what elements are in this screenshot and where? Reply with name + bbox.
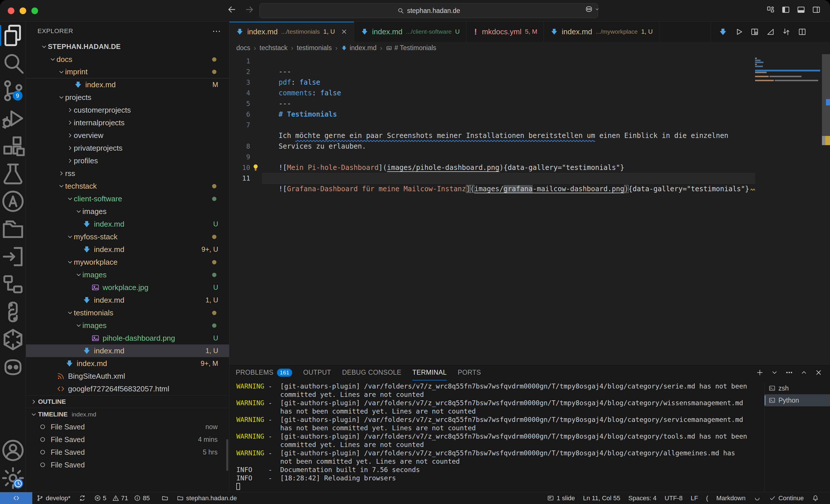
status-paren-indicator[interactable]: ( <box>702 492 712 504</box>
tree-item-myfoss-stack[interactable]: myfoss-stack <box>26 230 229 243</box>
timeline-section-header[interactable]: TIMELINE index.md <box>26 408 229 421</box>
timeline-item[interactable]: File Saved 5 hrs <box>26 446 229 459</box>
tree-item-internalprojects[interactable]: internalprojects <box>26 116 229 129</box>
zoom-window-button[interactable] <box>31 7 38 14</box>
toggle-secondary-sidebar-icon[interactable] <box>812 5 821 14</box>
status-git-branch[interactable]: develop* <box>32 492 75 504</box>
editor-tab-index-md[interactable]: index.md .../myworkplace 1, U <box>544 22 660 42</box>
timeline-item[interactable]: File Saved now <box>26 421 229 433</box>
tree-item-index.md[interactable]: index.mdM <box>26 78 229 91</box>
activity-settings-icon[interactable] <box>0 464 26 492</box>
tree-item-images[interactable]: images <box>26 319 229 332</box>
close-panel-icon[interactable] <box>815 369 823 376</box>
customize-layout-icon[interactable] <box>766 5 775 14</box>
panel-tab-terminal[interactable]: TERMINAL <box>412 365 447 380</box>
tree-item-imprint[interactable]: imprint <box>26 66 229 78</box>
panel-tab-debug-console[interactable]: DEBUG CONSOLE <box>342 365 402 380</box>
status-problems[interactable]: 57185 <box>90 492 157 504</box>
status-remote[interactable] <box>0 492 32 504</box>
breadcrumb-item[interactable]: testimonials <box>297 44 332 52</box>
status-eol[interactable]: LF <box>687 492 702 504</box>
status-continue[interactable]: Continue <box>765 492 808 504</box>
run-file-icon[interactable] <box>734 27 743 36</box>
tree-item-googlef727264f56832057.html[interactable]: googlef727264f56832057.html <box>26 382 229 395</box>
status-project-manager[interactable]: stephan.hadan.de <box>172 492 241 504</box>
tree-item-images[interactable]: images <box>26 205 229 218</box>
tree-item-stephan.hadan.de[interactable]: STEPHAN.HADAN.DE <box>26 40 229 53</box>
terminal-instance-python[interactable]: Python <box>765 394 830 406</box>
activity-remote-exit-icon[interactable] <box>0 243 26 270</box>
editor-tab-index-md[interactable]: index.md .../testimonials 1, U <box>229 22 354 42</box>
activity-run-and-debug-icon[interactable] <box>0 105 26 132</box>
activity-explorer-icon[interactable] <box>0 22 26 49</box>
overview-ruler[interactable] <box>822 54 830 364</box>
tree-item-bingsiteauth.xml[interactable]: BingSiteAuth.xml <box>26 370 229 382</box>
compare-changes-icon[interactable] <box>782 27 791 36</box>
tree-item-privateprojects[interactable]: privateprojects <box>26 142 229 155</box>
activity-containers-icon[interactable] <box>0 270 26 298</box>
outline-section-header[interactable]: OUTLINE <box>26 395 229 408</box>
tree-item-images[interactable]: images <box>26 268 229 281</box>
editor-tab-mkdocs-yml[interactable]: !mkdocs.yml 5, M <box>466 22 544 42</box>
minimap[interactable] <box>755 54 822 364</box>
timeline-item[interactable]: File Saved <box>26 459 229 471</box>
status-workspace-folder[interactable] <box>157 492 172 504</box>
activity-letter-a-tool-icon[interactable] <box>0 188 26 215</box>
new-terminal-icon[interactable] <box>756 369 764 376</box>
activity-extensions-icon[interactable] <box>0 132 26 160</box>
open-preview-to-side-icon[interactable] <box>750 27 759 36</box>
command-center-search[interactable]: stephan.hadan.de <box>259 3 598 18</box>
tree-item-projects[interactable]: projects <box>26 91 229 104</box>
editor-tab-index-md[interactable]: index.md .../client-software U <box>354 22 466 42</box>
tree-item-profiles[interactable]: profiles <box>26 155 229 167</box>
tree-item-overview[interactable]: overview <box>26 129 229 142</box>
panel-tab-ports[interactable]: PORTS <box>458 365 481 380</box>
tree-item-index.md[interactable]: index.md1, U <box>26 294 229 306</box>
toggle-panel-icon[interactable] <box>797 5 805 14</box>
breadcrumb-item[interactable]: techstack <box>260 44 288 52</box>
activity-source-control-icon[interactable]: 9 <box>0 77 26 105</box>
status-cursor-position[interactable]: Ln 11, Col 55 <box>579 492 624 504</box>
split-editor-icon[interactable] <box>798 27 807 36</box>
activity-testing-icon[interactable] <box>0 160 26 188</box>
terminal-instance-zsh[interactable]: zsh <box>765 382 830 394</box>
minimize-window-button[interactable] <box>20 7 26 14</box>
tree-item-index.md[interactable]: index.md1, U <box>26 344 229 357</box>
status-indentation[interactable]: Spaces: 4 <box>624 492 661 504</box>
panel-tab-problems[interactable]: PROBLEMS 161 <box>236 365 292 380</box>
activity-python-icon[interactable] <box>0 298 26 326</box>
tree-item-techstack[interactable]: techstack <box>26 180 229 192</box>
timeline-item[interactable]: File Saved 4 mins <box>26 433 229 446</box>
code-editor[interactable]: 1234567891011 --- pdf: false comments: f… <box>229 54 830 364</box>
status-notifications[interactable] <box>808 492 823 504</box>
tree-item-index.md[interactable]: index.md9+, U <box>26 243 229 256</box>
more-actions-icon[interactable] <box>813 27 823 36</box>
tree-item-pihole-dashboard.png[interactable]: pihole-dashboard.pngU <box>26 332 229 344</box>
tree-item-index.md[interactable]: index.md9+, M <box>26 357 229 370</box>
explorer-more-actions-icon[interactable]: ⋯ <box>213 26 221 36</box>
tree-item-myworkplace[interactable]: myworkplace <box>26 256 229 268</box>
status-spinner[interactable] <box>749 492 765 504</box>
tree-item-docs[interactable]: docs <box>26 53 229 66</box>
markdown-preview-icon[interactable] <box>719 27 727 36</box>
activity-search-icon[interactable] <box>0 49 26 77</box>
copilot-menu[interactable] <box>584 5 600 13</box>
tree-item-customerprojects[interactable]: customerprojects <box>26 104 229 116</box>
breadcrumb-item[interactable]: docs <box>236 44 250 52</box>
maximize-panel-icon[interactable] <box>800 369 808 376</box>
activity-project-library-icon[interactable] <box>0 215 26 243</box>
terminal-dropdown-icon[interactable] <box>771 369 778 376</box>
close-tab-icon[interactable] <box>341 28 348 35</box>
tree-item-rss[interactable]: rss <box>26 167 229 180</box>
panel-tab-output[interactable]: OUTPUT <box>303 365 331 380</box>
activity-accounts-icon[interactable] <box>0 437 26 464</box>
activity-copilot-icon[interactable] <box>0 354 26 381</box>
breadcrumb-item[interactable]: index.md <box>341 44 376 52</box>
toggle-primary-sidebar-icon[interactable] <box>781 5 790 14</box>
tree-item-testimonials[interactable]: testimonials <box>26 306 229 319</box>
sidebar-scrollbar[interactable] <box>226 439 228 471</box>
scrollbar-slider[interactable] <box>822 54 830 136</box>
tree-item-index.md[interactable]: index.mdU <box>26 218 229 230</box>
terminal-output[interactable]: WARNING - [git-authors-plugin] /var/fold… <box>236 382 761 491</box>
navigate-back-icon[interactable] <box>227 5 237 14</box>
